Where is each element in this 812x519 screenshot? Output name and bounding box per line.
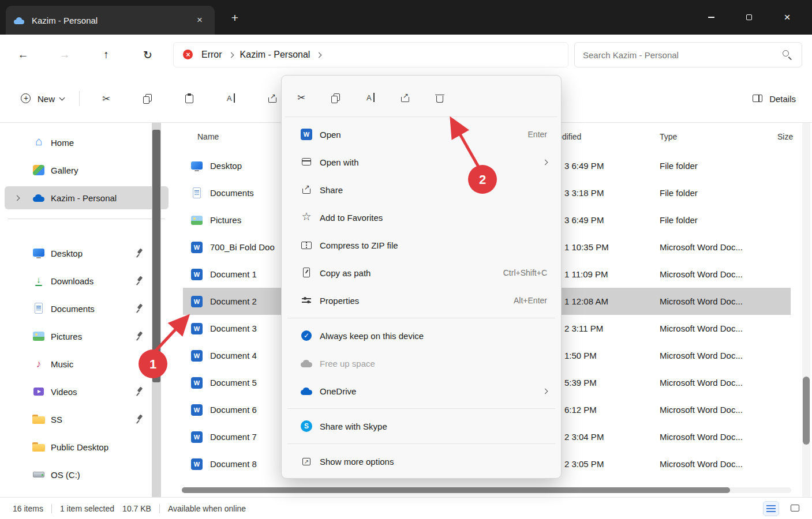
copy-button[interactable] bbox=[323, 85, 349, 111]
folder-icon bbox=[32, 441, 45, 453]
chevron-right-icon[interactable] bbox=[228, 52, 234, 58]
sidebar-item-ss[interactable]: SS bbox=[5, 408, 169, 431]
paste-icon bbox=[183, 92, 196, 105]
maximize-button[interactable] bbox=[730, 0, 768, 35]
sidebar-item-home[interactable]: Home bbox=[5, 131, 169, 154]
file-name: Document 7 bbox=[210, 432, 257, 442]
explorer-tab[interactable]: Kazim - Personal bbox=[6, 6, 215, 35]
refresh-icon bbox=[143, 48, 152, 62]
pictures-icon bbox=[32, 330, 45, 343]
sidebar-item-os-c[interactable]: OS (C:) bbox=[5, 463, 169, 486]
onedrive-cloud-icon bbox=[13, 14, 25, 27]
rename-icon bbox=[364, 92, 377, 104]
sidebar-item-label: Public Desktop bbox=[51, 442, 163, 452]
sidebar-item-downloads[interactable]: Downloads bbox=[5, 269, 169, 292]
details-view-icon bbox=[765, 502, 777, 515]
chevron-right-icon[interactable] bbox=[14, 195, 20, 201]
thumbnail-view-button[interactable] bbox=[788, 502, 803, 516]
up-button[interactable] bbox=[95, 43, 118, 66]
close-button[interactable] bbox=[768, 0, 806, 35]
sidebar-item-desktop[interactable]: Desktop bbox=[5, 242, 169, 265]
tab-close-icon[interactable] bbox=[192, 12, 208, 28]
delete-button[interactable] bbox=[427, 85, 452, 111]
search-icon[interactable] bbox=[781, 48, 794, 61]
menu-item-open[interactable]: OpenEnter bbox=[285, 121, 557, 148]
copy-icon bbox=[330, 92, 342, 104]
pin-icon bbox=[133, 385, 145, 398]
documents-icon bbox=[32, 302, 45, 315]
cloud-blue-icon bbox=[300, 385, 313, 397]
sidebar-scrollbar[interactable] bbox=[152, 123, 161, 497]
details-label: Details bbox=[769, 94, 796, 104]
menu-item-show-more-options[interactable]: Show more options bbox=[285, 447, 557, 475]
details-view-button[interactable] bbox=[764, 502, 779, 516]
column-header-size[interactable]: Size bbox=[777, 132, 793, 141]
pictures-icon bbox=[190, 214, 203, 227]
up-icon bbox=[103, 48, 109, 61]
new-tab-button[interactable] bbox=[226, 9, 244, 27]
copypath-icon bbox=[300, 266, 313, 279]
search-box[interactable]: Search Kazim - Personal bbox=[574, 42, 802, 67]
column-header-type[interactable]: Type bbox=[660, 132, 677, 141]
address-bar[interactable]: Error Kazim - Personal bbox=[173, 42, 568, 67]
sidebar-item-public-desktop[interactable]: Public Desktop bbox=[5, 435, 169, 458]
details-button[interactable]: Details bbox=[751, 92, 796, 105]
sidebar-item-kazim-personal[interactable]: Kazim - Personal bbox=[5, 186, 169, 209]
folder-icon bbox=[32, 413, 45, 426]
downloads-icon bbox=[32, 274, 45, 287]
cut-button[interactable] bbox=[94, 87, 118, 110]
sidebar-item-label: OS (C:) bbox=[51, 470, 163, 480]
menu-item-free-up-space[interactable]: Free up space bbox=[285, 349, 557, 377]
file-modified: 2 3:05 PM bbox=[564, 459, 604, 469]
cut-button[interactable] bbox=[289, 85, 314, 111]
share-button[interactable] bbox=[392, 85, 418, 111]
menu-item-open-with[interactable]: Open with bbox=[285, 148, 557, 176]
copy-button[interactable] bbox=[136, 87, 160, 110]
menu-item-label: Free up space bbox=[320, 359, 547, 368]
file-modified: 6:12 PM bbox=[564, 405, 597, 415]
sidebar-item-documents[interactable]: Documents bbox=[5, 297, 169, 320]
thumbnail-view-icon bbox=[789, 502, 802, 515]
menu-item-add-to-favorites[interactable]: Add to Favorites bbox=[285, 204, 557, 231]
vertical-scrollbar-thumb[interactable] bbox=[803, 377, 810, 445]
vertical-scrollbar[interactable] bbox=[802, 123, 810, 497]
menu-item-share-with-skype[interactable]: Share with Skype bbox=[285, 412, 557, 440]
new-button[interactable]: New bbox=[13, 87, 71, 110]
breadcrumb-error[interactable]: Error bbox=[201, 50, 222, 60]
share-icon bbox=[399, 92, 411, 104]
menu-item-copy-as-path[interactable]: Copy as pathCtrl+Shift+C bbox=[285, 259, 557, 287]
column-header-name[interactable]: Name bbox=[197, 132, 219, 141]
share-icon bbox=[300, 183, 313, 196]
minimize-button[interactable] bbox=[692, 0, 730, 35]
sidebar-item-music[interactable]: Music bbox=[5, 352, 169, 375]
file-type: Microsoft Word Doc... bbox=[660, 432, 743, 442]
horizontal-scrollbar-thumb[interactable] bbox=[182, 487, 730, 493]
menu-item-share[interactable]: Share bbox=[285, 176, 557, 204]
menu-shortcut: Alt+Enter bbox=[514, 296, 547, 305]
menu-item-always-keep-on-this-device[interactable]: Always keep on this device bbox=[285, 322, 557, 349]
refresh-button[interactable] bbox=[136, 43, 159, 66]
cloud-gray-icon bbox=[300, 357, 313, 370]
menu-item-properties[interactable]: PropertiesAlt+Enter bbox=[285, 287, 557, 314]
file-name: Document 5 bbox=[210, 378, 257, 388]
back-button[interactable] bbox=[12, 43, 35, 66]
horizontal-scrollbar[interactable] bbox=[182, 487, 791, 493]
menu-item-onedrive[interactable]: OneDrive bbox=[285, 377, 557, 405]
rename-button[interactable] bbox=[219, 87, 243, 110]
back-icon bbox=[18, 48, 29, 61]
word-icon bbox=[190, 404, 203, 416]
menu-item-compress-to-zip-file[interactable]: Compress to ZIP file bbox=[285, 231, 557, 259]
sidebar-item-label: Home bbox=[51, 138, 163, 148]
breadcrumb-folder[interactable]: Kazim - Personal bbox=[240, 50, 310, 60]
forward-button[interactable] bbox=[53, 43, 76, 66]
paste-button[interactable] bbox=[177, 87, 201, 110]
sidebar-item-videos[interactable]: Videos bbox=[5, 380, 169, 403]
sidebar-nav: HomeGalleryKazim - PersonalDesktopDownlo… bbox=[0, 123, 173, 497]
new-label: New bbox=[38, 94, 55, 104]
chevron-right-icon[interactable] bbox=[316, 52, 322, 58]
sidebar-scrollbar-thumb[interactable] bbox=[152, 130, 160, 382]
rename-button[interactable] bbox=[358, 85, 383, 111]
sidebar-item-pictures[interactable]: Pictures bbox=[5, 325, 169, 348]
file-modified: 5:39 PM bbox=[564, 378, 597, 388]
sidebar-item-gallery[interactable]: Gallery bbox=[5, 159, 169, 182]
